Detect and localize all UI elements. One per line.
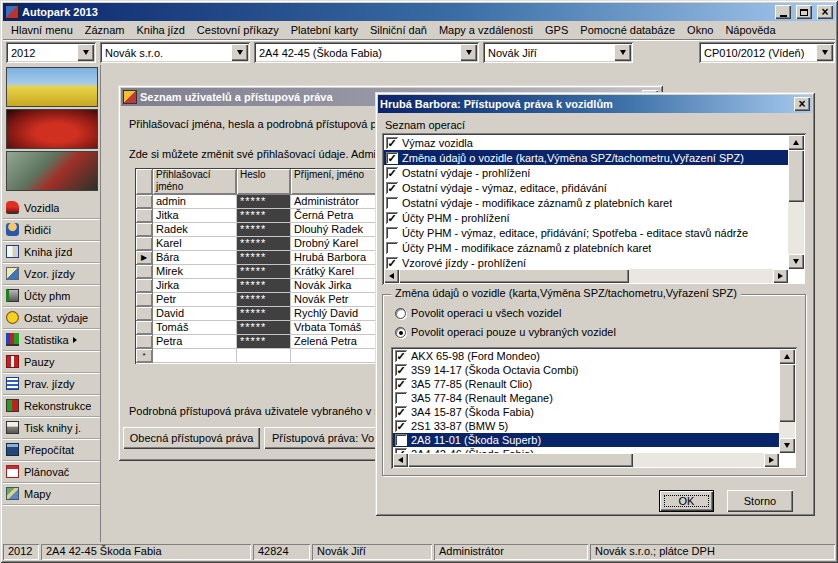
trip-combobox[interactable]: CP010/2012 (Vídeň) <box>699 42 835 63</box>
cancel-button[interactable]: Storno <box>727 490 793 512</box>
sidebar-item-pauses[interactable]: Pauzy <box>3 351 100 373</box>
menu-item[interactable]: Záznam <box>79 22 131 38</box>
vehicle-item[interactable]: 2S1 33-87 (BMW 5) <box>393 419 779 433</box>
vehicle-item[interactable]: 3A4 15-87 (Škoda Fabia) <box>393 405 779 419</box>
scroll-up-button[interactable] <box>788 135 804 150</box>
dropdown-button[interactable] <box>231 44 248 61</box>
checkbox[interactable] <box>386 137 398 149</box>
user-table-row[interactable]: Radek ***** Dlouhý Radek <box>136 223 409 237</box>
user-table-row[interactable]: Karel ***** Drobný Karel <box>136 237 409 251</box>
scrollbar-thumb[interactable] <box>779 364 795 422</box>
scroll-left-button[interactable] <box>384 269 399 283</box>
operation-item[interactable]: Účty PHM - prohlížení <box>384 210 788 225</box>
user-table-row[interactable]: Petra ***** Zelená Petra <box>136 335 409 349</box>
row-selector[interactable] <box>136 293 153 307</box>
row-selector[interactable]: * <box>136 349 153 363</box>
row-selector[interactable] <box>136 321 153 335</box>
sidebar-item-regular-trips[interactable]: Prav. jízdy <box>3 373 100 395</box>
sidebar-item-logbook[interactable]: Kniha jízd <box>3 241 100 263</box>
checkbox[interactable] <box>395 364 407 376</box>
ok-button[interactable]: OK <box>659 490 714 512</box>
vehicle-item[interactable]: 3S9 14-17 (Škoda Octavia Combi) <box>393 363 779 377</box>
radio-selected-icon[interactable] <box>395 327 406 338</box>
menu-item[interactable]: Nápověda <box>719 22 781 38</box>
scroll-up-button[interactable] <box>779 349 795 364</box>
dropdown-button[interactable] <box>614 44 631 61</box>
row-selector[interactable] <box>136 223 153 237</box>
scroll-down-button[interactable] <box>779 438 795 453</box>
row-selector[interactable]: ▶ <box>136 251 153 265</box>
sidebar-item-stats[interactable]: Statistika <box>3 329 100 351</box>
user-table-row[interactable]: admin ***** Administrátor <box>136 195 409 209</box>
sidebar-item-sample-trips[interactable]: Vzor. jízdy <box>3 263 100 285</box>
minimize-button[interactable] <box>775 5 791 19</box>
vehicles-vertical-scrollbar[interactable] <box>779 349 795 453</box>
operations-vertical-scrollbar[interactable] <box>788 135 804 269</box>
sidebar-item-recalculate[interactable]: Přepočítat <box>3 439 100 461</box>
checkbox[interactable] <box>395 434 407 446</box>
radio-all-vehicles[interactable]: Povolit operaci u všech vozidel <box>395 307 561 319</box>
sidebar-item-reconstruction[interactable]: Rekonstrukce <box>3 395 100 417</box>
user-table-row[interactable]: Mirek ***** Krátký Karel <box>136 265 409 279</box>
radio-selected-vehicles[interactable]: Povolit operaci pouze u vybraných vozide… <box>395 326 616 338</box>
operation-item[interactable]: Vzorové jízdy - prohlížení <box>384 255 788 269</box>
scroll-right-button[interactable] <box>773 269 788 283</box>
operation-item[interactable]: Ostatní výdaje - modifikace záznamů z pl… <box>384 195 788 210</box>
rights-window-titlebar[interactable]: Hrubá Barbora: Přístupová práva k vozidl… <box>378 95 812 113</box>
vehicle-item[interactable]: 2A8 11-01 (Škoda Superb) <box>393 433 779 447</box>
operation-item[interactable]: Účty PHM - modifikace záznamů z platební… <box>384 240 788 255</box>
vehicle-item[interactable]: 3A5 77-85 (Renault Clio) <box>393 377 779 391</box>
row-selector[interactable] <box>136 209 153 223</box>
menu-item[interactable]: Mapy a vzdálenosti <box>433 22 539 38</box>
user-table-row[interactable]: Petr ***** Novák Petr <box>136 293 409 307</box>
user-table-row[interactable]: Tomáš ***** Vrbata Tomáš <box>136 321 409 335</box>
operations-horizontal-scrollbar[interactable] <box>384 269 788 283</box>
row-selector[interactable] <box>136 237 153 251</box>
operation-item[interactable]: Výmaz vozidla <box>384 135 788 150</box>
menu-item[interactable]: Okno <box>681 22 719 38</box>
operation-item[interactable]: Ostatní výdaje - prohlížení <box>384 165 788 180</box>
row-selector[interactable] <box>136 265 153 279</box>
company-combobox[interactable]: Novák s.r.o. <box>100 42 250 63</box>
sidebar-item-vehicles[interactable]: Vozidla <box>3 197 100 219</box>
scroll-right-button[interactable] <box>764 453 779 467</box>
dropdown-button[interactable] <box>77 44 94 61</box>
scrollbar-thumb[interactable] <box>788 150 804 202</box>
row-selector[interactable] <box>136 279 153 293</box>
checkbox[interactable] <box>386 227 398 239</box>
radio-icon[interactable] <box>395 308 406 319</box>
sidebar-item-planner[interactable]: Plánovač <box>3 461 100 483</box>
year-combobox[interactable]: 2012 <box>6 42 96 63</box>
sidebar-item-expenses[interactable]: Ostat. výdaje <box>3 307 100 329</box>
user-table-row[interactable]: * <box>136 349 409 363</box>
operation-item[interactable]: Změna údajů o vozidle (karta,Výměna SPZ/… <box>384 150 788 165</box>
user-table-row[interactable]: David ***** Rychlý David <box>136 307 409 321</box>
checkbox[interactable] <box>386 257 398 269</box>
checkbox[interactable] <box>395 406 407 418</box>
vehicle-combobox[interactable]: 2A4 42-45 (Škoda Fabia) <box>254 42 479 63</box>
sidebar-item-print[interactable]: Tisk knihy j. <box>3 417 100 439</box>
rights-window-close-button[interactable] <box>794 97 810 111</box>
user-table-row[interactable]: Jitka ***** Černá Petra <box>136 209 409 223</box>
menu-item[interactable]: Silniční daň <box>364 22 433 38</box>
vehicle-item[interactable]: 3A5 77-84 (Renault Megane) <box>393 391 779 405</box>
menu-item[interactable]: Kniha jízd <box>131 22 191 38</box>
vehicle-item[interactable]: AKX 65-98 (Ford Mondeo) <box>393 349 779 363</box>
checkbox[interactable] <box>386 182 398 194</box>
menu-item[interactable]: Platební karty <box>285 22 364 38</box>
checkbox[interactable] <box>386 167 398 179</box>
close-button[interactable] <box>817 5 833 19</box>
scroll-left-button[interactable] <box>393 453 408 467</box>
sidebar-item-fuel[interactable]: Účty phm <box>3 285 100 307</box>
checkbox[interactable] <box>386 242 398 254</box>
checkbox[interactable] <box>386 212 398 224</box>
general-rights-button[interactable]: Obecná přístupová práva <box>123 427 260 449</box>
scrollbar-thumb[interactable] <box>399 269 629 283</box>
checkbox[interactable] <box>395 392 407 404</box>
checkbox[interactable] <box>386 197 398 209</box>
operation-item[interactable]: Ostatní výdaje - výmaz, editace, přidává… <box>384 180 788 195</box>
menu-item[interactable]: Hlavní menu <box>5 22 79 38</box>
checkbox[interactable] <box>395 378 407 390</box>
row-selector[interactable] <box>136 195 153 209</box>
checkbox[interactable] <box>395 350 407 362</box>
